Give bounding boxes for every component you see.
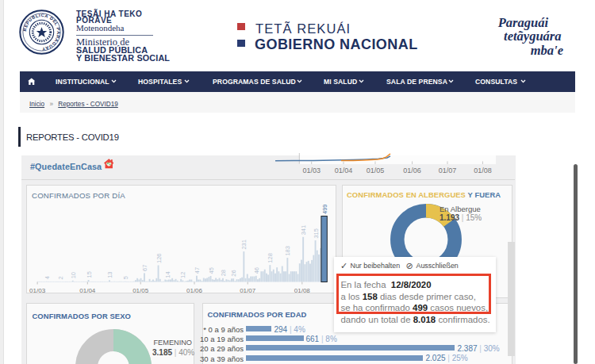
svg-text:10: 10 — [69, 272, 76, 278]
svg-text:13: 13 — [106, 271, 113, 278]
svg-text:45: 45 — [207, 267, 214, 274]
svg-text:26: 26 — [230, 270, 237, 276]
svg-text:15: 15 — [85, 271, 92, 278]
svg-text:01/06: 01/06 — [403, 167, 421, 174]
svg-text:28: 28 — [219, 270, 226, 276]
svg-text:01/06: 01/06 — [186, 287, 202, 293]
svg-text:01/03: 01/03 — [29, 287, 46, 293]
svg-text:01/08: 01/08 — [294, 287, 310, 293]
svg-text:01/08: 01/08 — [474, 167, 492, 174]
svg-text:46: 46 — [252, 267, 259, 274]
svg-text:01/05: 01/05 — [132, 287, 149, 293]
svg-text:67: 67 — [140, 265, 148, 271]
svg-text:47: 47 — [193, 267, 200, 274]
svg-text:01/04: 01/04 — [335, 167, 353, 174]
svg-text:499: 499 — [321, 204, 328, 214]
svg-text:2: 2 — [57, 276, 64, 279]
svg-text:341: 341 — [300, 225, 307, 236]
svg-text:126: 126 — [155, 253, 162, 263]
svg-text:12: 12 — [179, 272, 186, 278]
svg-text:231: 231 — [240, 239, 248, 250]
svg-text:4: 4 — [43, 276, 50, 279]
svg-text:315: 315 — [312, 228, 319, 239]
svg-text:128: 128 — [267, 253, 274, 263]
svg-text:183: 183 — [284, 246, 291, 256]
svg-text:01/03: 01/03 — [302, 167, 321, 174]
svg-text:01/05: 01/05 — [367, 167, 385, 174]
svg-text:14: 14 — [163, 271, 171, 278]
svg-text:01/04: 01/04 — [79, 287, 96, 293]
svg-text:01/07: 01/07 — [439, 167, 457, 174]
svg-text:5: 5 — [121, 276, 129, 279]
svg-text:01/07: 01/07 — [240, 287, 256, 293]
